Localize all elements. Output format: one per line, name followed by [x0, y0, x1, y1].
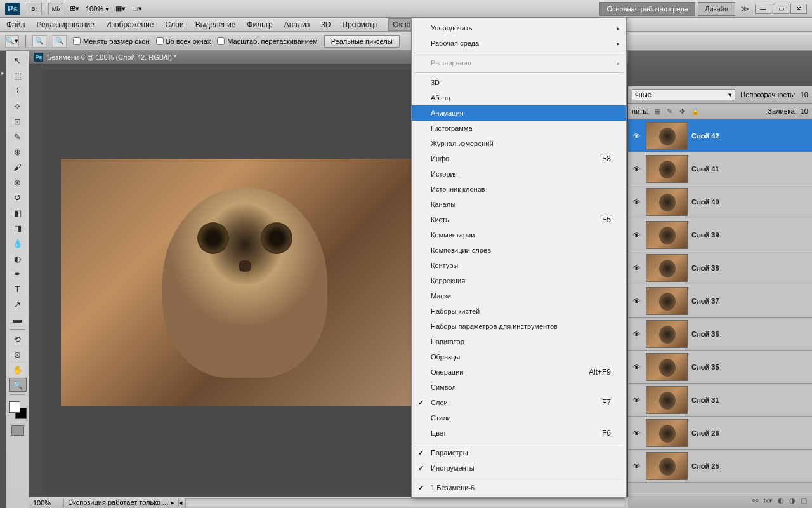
layer-name-label[interactable]: Слой 40: [691, 198, 719, 206]
menu-options-toggle[interactable]: ✔Параметры: [412, 445, 626, 460]
workspace-more-icon[interactable]: ≫: [738, 4, 752, 13]
minibridge-icon[interactable]: Mb: [48, 3, 63, 15]
layer-row[interactable]: 👁 Слой 35: [628, 351, 812, 384]
menu-clone-source-panel[interactable]: Источник клонов: [412, 182, 626, 197]
layer-thumbnail[interactable]: [646, 353, 688, 381]
menu-analysis[interactable]: Анализ: [284, 20, 310, 29]
layer-visibility-icon[interactable]: 👁: [631, 295, 642, 307]
lasso-tool[interactable]: ⌇: [9, 84, 27, 98]
layer-visibility-icon[interactable]: 👁: [631, 262, 642, 274]
menu-tools-toggle[interactable]: ✔Инструменты: [412, 460, 626, 476]
stamp-tool[interactable]: ⊛: [9, 175, 27, 189]
menu-brush-panel[interactable]: КистьF5: [412, 212, 626, 227]
layer-name-label[interactable]: Слой 35: [691, 363, 719, 371]
history-brush-tool[interactable]: ↺: [9, 190, 27, 204]
layer-name-label[interactable]: Слой 25: [691, 462, 719, 470]
crop-tool[interactable]: ⊡: [9, 114, 27, 128]
bridge-icon[interactable]: Br: [27, 3, 42, 15]
menu-navigator-panel[interactable]: Навигатор: [412, 334, 626, 349]
layer-name-label[interactable]: Слой 37: [691, 297, 719, 305]
move-tool[interactable]: ↖: [9, 53, 27, 67]
layer-thumbnail[interactable]: [646, 320, 688, 348]
close-icon[interactable]: ✕: [790, 4, 807, 14]
layer-visibility-icon[interactable]: 👁: [631, 460, 642, 472]
gradient-tool[interactable]: ◨: [9, 221, 27, 235]
menu-animation-panel[interactable]: Анимация: [412, 105, 626, 121]
lock-transparent-icon[interactable]: ▦: [652, 106, 662, 116]
menu-history-panel[interactable]: История: [412, 166, 626, 182]
maximize-icon[interactable]: ▭: [773, 4, 789, 14]
menu-masks-panel[interactable]: Маски: [412, 288, 626, 304]
menu-view[interactable]: Просмотр: [342, 20, 377, 29]
3d-rotate-tool[interactable]: ⟲: [9, 332, 27, 346]
hand-tool[interactable]: ✋: [9, 363, 27, 377]
layer-row[interactable]: 👁 Слой 37: [628, 284, 812, 318]
layer-name-label[interactable]: Слой 39: [691, 231, 719, 239]
layer-row[interactable]: 👁 Слой 40: [628, 185, 812, 218]
layer-name-label[interactable]: Слой 38: [691, 264, 719, 272]
layer-thumbnail[interactable]: [646, 419, 688, 447]
menu-color-panel[interactable]: ЦветF6: [412, 425, 626, 441]
menu-3d[interactable]: 3D: [321, 20, 331, 29]
status-info[interactable]: Экспозиция работает только ... ▸: [64, 498, 179, 507]
layer-row[interactable]: 👁 Слой 39: [628, 218, 812, 251]
layer-row[interactable]: 👁 Слой 36: [628, 318, 812, 351]
layer-row[interactable]: 👁 Слой 25: [628, 450, 812, 483]
layer-visibility-icon[interactable]: 👁: [631, 328, 642, 340]
layer-visibility-icon[interactable]: 👁: [631, 196, 642, 208]
menu-layer[interactable]: Слои: [166, 20, 184, 29]
layer-row[interactable]: 👁 Слой 38: [628, 251, 812, 284]
menu-paragraph-panel[interactable]: Абзац: [412, 90, 626, 105]
blur-tool[interactable]: 💧: [9, 236, 27, 250]
view-extras-dropdown[interactable]: ⊞▾: [70, 4, 79, 13]
layer-visibility-icon[interactable]: 👁: [631, 163, 642, 175]
menu-filter[interactable]: Фильтр: [247, 20, 272, 29]
menu-actions-panel[interactable]: ОперацииAlt+F9: [412, 364, 626, 380]
lock-all-icon[interactable]: 🔒: [690, 106, 700, 116]
menu-channels-panel[interactable]: Каналы: [412, 197, 626, 212]
layer-thumbnail[interactable]: [646, 122, 688, 150]
collapsed-sidebar[interactable]: ▸: [0, 51, 6, 508]
lock-pixels-icon[interactable]: ✎: [665, 106, 675, 116]
all-windows-checkbox[interactable]: Во всех окнах: [156, 37, 211, 45]
brush-tool[interactable]: 🖌: [9, 160, 27, 174]
menu-file[interactable]: Файл: [6, 20, 25, 29]
zoom-tool-btn[interactable]: 🔍: [9, 378, 27, 392]
adjustment-layer-icon[interactable]: ◑: [789, 497, 796, 505]
layer-visibility-icon[interactable]: 👁: [631, 130, 642, 142]
collapsed-panel-group[interactable]: [628, 51, 812, 86]
layer-row[interactable]: 👁 Слой 42: [628, 119, 812, 152]
layer-name-label[interactable]: Слой 31: [691, 396, 719, 404]
menu-doc-1[interactable]: ✔1 Безимени-6: [412, 480, 626, 495]
actual-pixels-button[interactable]: Реальные пикселы: [324, 35, 400, 48]
dodge-tool[interactable]: ◐: [9, 251, 27, 265]
layer-visibility-icon[interactable]: 👁: [631, 229, 642, 241]
color-swatches[interactable]: [9, 401, 27, 419]
path-select-tool[interactable]: ↗: [9, 297, 27, 311]
menu-extensions[interactable]: Расширения▸: [412, 55, 626, 70]
menu-image[interactable]: Изображение: [106, 20, 154, 29]
menu-select[interactable]: Выделение: [195, 20, 236, 29]
opacity-value[interactable]: 10: [801, 91, 808, 98]
blend-mode-dropdown[interactable]: чные▾: [632, 89, 735, 100]
shape-tool[interactable]: ▬: [9, 312, 27, 326]
menu-notes-panel[interactable]: Комментарии: [412, 227, 626, 243]
foreground-color-swatch[interactable]: [9, 401, 20, 413]
workspace-tab-design[interactable]: Дизайн: [698, 2, 735, 16]
layer-name-label[interactable]: Слой 36: [691, 330, 719, 338]
layer-thumbnail[interactable]: [646, 452, 688, 480]
eyedropper-tool[interactable]: ✎: [9, 130, 27, 144]
link-layers-icon[interactable]: ⚯: [752, 497, 758, 505]
menu-character-panel[interactable]: Символ: [412, 380, 626, 395]
layer-thumbnail[interactable]: [646, 188, 688, 216]
text-tool[interactable]: T: [9, 282, 27, 296]
menu-histogram-panel[interactable]: Гистограмма: [412, 121, 626, 136]
menu-edit[interactable]: Редактирование: [37, 20, 95, 29]
layer-name-label[interactable]: Слой 26: [691, 429, 719, 437]
menu-paths-panel[interactable]: Контуры: [412, 258, 626, 273]
screen-mode-dropdown[interactable]: ▭▾: [132, 4, 142, 13]
3d-camera-tool[interactable]: ⊙: [9, 347, 27, 361]
healing-tool[interactable]: ⊕: [9, 145, 27, 159]
menu-brush-presets-panel[interactable]: Наборы кистей: [412, 304, 626, 319]
layer-group-icon[interactable]: ▢: [801, 497, 807, 505]
